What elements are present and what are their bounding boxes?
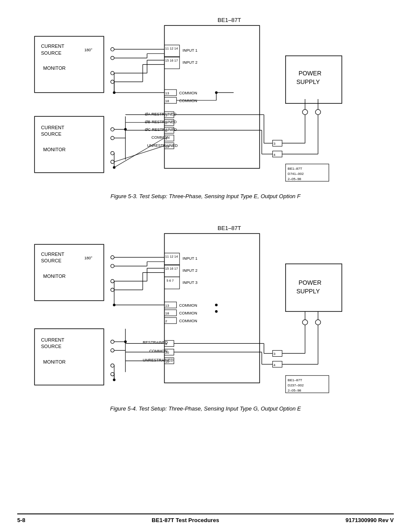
svg-point-9 [111, 72, 114, 75]
svg-text:MONITOR: MONITOR [43, 65, 65, 71]
svg-text:15 16 17: 15 16 17 [165, 59, 178, 62]
svg-point-63 [111, 160, 114, 164]
svg-point-78 [302, 109, 308, 115]
svg-text:COMMON: COMMON [179, 91, 197, 95]
svg-text:180°: 180° [84, 48, 93, 52]
svg-text:SOURCE: SOURCE [41, 50, 61, 56]
svg-point-7 [111, 47, 114, 51]
svg-text:POWER: POWER [299, 279, 321, 286]
svg-point-157 [124, 340, 127, 343]
svg-point-176 [302, 320, 308, 325]
svg-point-144 [215, 304, 218, 306]
svg-text:COMMON: COMMON [149, 349, 167, 353]
svg-text:D741–002: D741–002 [288, 172, 304, 176]
diagram-section-2: BE1–87T CURRENT SOURCE MONITOR 180° [17, 217, 394, 425]
svg-text:9: 9 [165, 137, 168, 140]
svg-text:5  6  7: 5 6 7 [167, 279, 174, 283]
svg-text:ØA RESTRAINED: ØA RESTRAINED [145, 112, 177, 116]
svg-text:10: 10 [165, 145, 169, 149]
svg-text:BE1–87T: BE1–87T [288, 378, 302, 382]
svg-text:MONITOR: MONITOR [43, 274, 65, 279]
svg-text:INPUT 1: INPUT 1 [183, 256, 197, 261]
diagram-area-1: BE1–87T CURRENT SOURCE MONITOR 180° [17, 9, 394, 190]
svg-point-8 [111, 56, 114, 60]
svg-text:8: 8 [165, 342, 168, 346]
svg-text:INPUT 1: INPUT 1 [183, 48, 197, 53]
svg-text:CURRENT: CURRENT [41, 44, 64, 49]
figure1-caption: Figure 5-3. Test Setup: Three-Phase, Sen… [17, 193, 394, 199]
svg-point-145 [215, 310, 218, 313]
svg-text:CURRENT: CURRENT [41, 252, 64, 257]
svg-rect-103 [165, 233, 260, 383]
svg-point-110 [111, 264, 114, 268]
svg-text:8: 8 [165, 129, 168, 133]
svg-text:13: 13 [165, 91, 169, 95]
svg-text:3: 3 [274, 352, 276, 356]
footer-page-number: 5-8 [17, 517, 25, 523]
svg-text:SOURCE: SOURCE [41, 131, 61, 137]
svg-text:D237–002: D237–002 [288, 383, 304, 387]
svg-text:COMMON: COMMON [179, 311, 197, 315]
svg-text:2–05–98: 2–05–98 [288, 389, 302, 392]
svg-text:BE1–87T: BE1–87T [218, 225, 241, 231]
diagram-area-2: BE1–87T CURRENT SOURCE MONITOR 180° [17, 217, 394, 402]
svg-text:11 12 14: 11 12 14 [165, 255, 178, 258]
svg-text:2–05–98: 2–05–98 [288, 177, 302, 181]
svg-point-151 [111, 348, 114, 352]
svg-point-177 [315, 320, 321, 325]
svg-text:11 12 14: 11 12 14 [165, 47, 178, 50]
svg-text:INPUT 3: INPUT 3 [183, 280, 197, 285]
footer: 5-8 BE1-87T Test Procedures 9171300990 R… [17, 513, 394, 523]
svg-text:4: 4 [274, 153, 276, 157]
svg-text:MONITOR: MONITOR [43, 147, 65, 152]
svg-text:MONITOR: MONITOR [43, 359, 65, 364]
svg-text:POWER: POWER [299, 70, 321, 77]
svg-point-152 [111, 364, 114, 367]
svg-text:SOURCE: SOURCE [41, 344, 61, 349]
svg-text:ØB RESTRAINED: ØB RESTRAINED [145, 120, 177, 124]
figure2-caption: Figure 5-4. Test Setup: Three-Phase, Sen… [17, 405, 394, 412]
svg-text:COMMON: COMMON [179, 319, 197, 323]
svg-text:INPUT 2: INPUT 2 [183, 268, 197, 273]
svg-point-109 [111, 255, 114, 259]
svg-point-62 [111, 152, 114, 155]
svg-line-73 [114, 138, 165, 167]
svg-text:COMMON: COMMON [179, 99, 197, 103]
svg-text:20: 20 [165, 351, 169, 355]
svg-point-153 [111, 373, 114, 376]
svg-point-60 [111, 128, 114, 131]
svg-text:BE1–87T: BE1–87T [288, 167, 302, 171]
svg-text:18: 18 [165, 311, 169, 315]
svg-point-150 [111, 340, 114, 343]
svg-text:18: 18 [165, 99, 169, 103]
svg-text:SUPPLY: SUPPLY [296, 288, 320, 295]
svg-text:INPUT 2: INPUT 2 [183, 60, 197, 65]
svg-text:180°: 180° [84, 256, 93, 260]
svg-text:ØC RESTRAINED: ØC RESTRAINED [145, 128, 177, 132]
page: BE1–87T CURRENT SOURCE MONITOR 180° [0, 0, 411, 532]
svg-line-74 [114, 146, 165, 162]
svg-point-61 [111, 136, 114, 140]
svg-text:BE1–87T: BE1–87T [218, 17, 241, 23]
svg-text:3: 3 [274, 142, 276, 146]
svg-text:SOURCE: SOURCE [41, 258, 61, 264]
svg-text:2: 2 [165, 319, 168, 323]
svg-point-79 [315, 109, 321, 115]
svg-text:13: 13 [165, 304, 169, 308]
svg-text:SUPPLY: SUPPLY [296, 78, 320, 85]
svg-text:CURRENT: CURRENT [41, 337, 64, 342]
svg-point-112 [111, 288, 114, 292]
svg-text:CURRENT: CURRENT [41, 125, 64, 130]
svg-text:4: 4 [274, 363, 276, 367]
svg-text:10: 10 [165, 360, 169, 364]
svg-rect-1 [165, 25, 260, 168]
svg-text:15 16 17: 15 16 17 [165, 267, 178, 271]
svg-point-111 [111, 280, 114, 283]
footer-doc-number: 9171300990 Rev V [346, 517, 394, 523]
footer-title: BE1-87T Test Procedures [152, 517, 219, 523]
svg-text:COMMON: COMMON [179, 303, 197, 308]
svg-point-10 [111, 80, 114, 84]
svg-text:1: 1 [165, 113, 168, 117]
svg-text:2: 2 [165, 121, 168, 125]
diagram-section-1: BE1–87T CURRENT SOURCE MONITOR 180° [17, 9, 394, 212]
